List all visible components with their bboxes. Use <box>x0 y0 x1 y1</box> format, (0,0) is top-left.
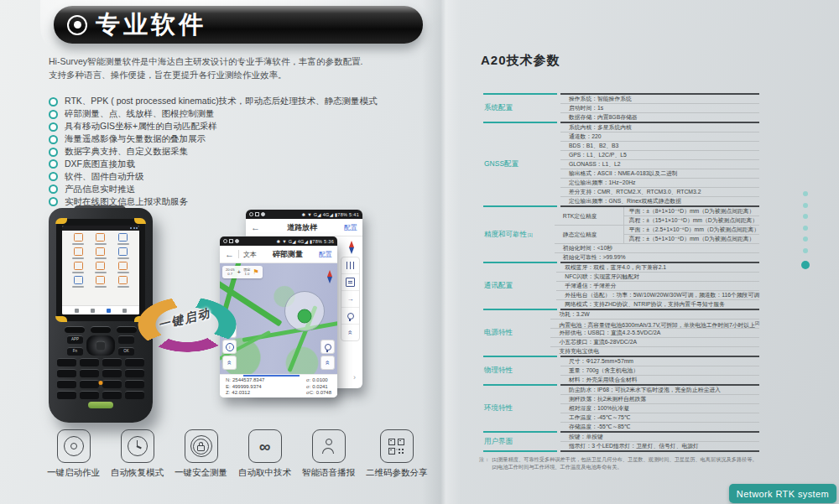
tab-icon-active[interactable] <box>107 309 111 313</box>
feature-text: 数据字典支持、自定义数据采集 <box>65 146 188 158</box>
numeric-key[interactable] <box>125 380 144 388</box>
tab-icon[interactable] <box>91 309 95 313</box>
peg-light-button[interactable] <box>320 340 335 354</box>
solution-hud: 20:050.7 + 固定1.0 ⚑ <box>222 266 263 278</box>
numeric-key[interactable] <box>80 358 99 366</box>
survey-form-icon[interactable] <box>341 273 359 290</box>
numeric-key[interactable] <box>80 380 99 388</box>
spec-value: 定位输出频率：1Hz~20Hz <box>560 178 759 187</box>
app-icon[interactable] <box>90 247 112 259</box>
category-note-ref: [1] <box>528 232 533 237</box>
app-label-bar <box>95 286 107 288</box>
tab-icon[interactable] <box>75 309 79 313</box>
numeric-key[interactable] <box>102 358 122 366</box>
toolbar-divider <box>238 250 239 258</box>
spec-value: 外挂电台（选配）：功率：5W/10W/20W/30W可调，频道数：116个频段可… <box>556 290 759 299</box>
app-icon[interactable] <box>67 247 90 259</box>
nav-keys: APP Fn OK <box>67 335 134 356</box>
phone-statusbar: ✱ ▼ G◢ 4G◢ ▮78% 5:36 <box>220 236 337 246</box>
numeric-key[interactable] <box>57 369 76 377</box>
spec-notes: 注： [1]测量精度、可靠性受多种误差干扰，包括卫星几何分布、卫星数、观测时间、… <box>479 455 758 470</box>
numeric-key[interactable] <box>80 391 99 399</box>
notes-label: 注： <box>479 455 489 470</box>
numeric-key[interactable] <box>57 391 76 399</box>
brochure-page: 专业软件 Hi-Survey智能测量软件是中海达自主研发设计的专业手薄软件，丰富… <box>0 0 839 504</box>
numeric-key[interactable] <box>125 369 144 377</box>
app-icon[interactable] <box>112 233 134 245</box>
config-button[interactable]: 配置 <box>319 250 332 259</box>
numeric-key[interactable] <box>80 369 99 377</box>
spec-group-row: RTK定位精度平面：±（8+1×10⁻⁶D）mm（D为被测点间距离）高程：±（1… <box>555 207 759 225</box>
app-glyph <box>118 233 128 242</box>
app-glyph <box>96 262 105 270</box>
spec-section: 物理特性尺寸：Φ127.5mm×57mm重量：700g（含主机电池）材料：外壳采… <box>479 357 759 384</box>
stake-arrow-icon[interactable]: → <box>341 290 359 307</box>
category-label: 用户界面 <box>484 437 513 447</box>
feature-label: 自动取中技术 <box>238 467 291 479</box>
app-glyph <box>74 262 83 270</box>
statusbar-right-text: ✱ ▼ G◢ 4G◢ ▮78% 5:36 <box>276 239 334 244</box>
spec-value: 工作温度：-45℃～75℃ <box>560 413 759 422</box>
app-glyph <box>96 247 105 256</box>
accuracy-circle <box>284 291 325 331</box>
spec-value: 功耗：3.2W <box>550 310 759 319</box>
numeric-key[interactable] <box>125 391 144 399</box>
numeric-key[interactable] <box>57 358 76 366</box>
app-icon[interactable] <box>67 262 90 273</box>
spec-value: 按键：单按键 <box>560 433 759 441</box>
phone-toolbar: ← 文本 碎部测量 配置 <box>220 246 337 263</box>
feature-text: RTK、PPK ( post processed kinematic)技术，即动… <box>65 96 378 107</box>
spec-rows: 功耗：3.2W内置电池：高容量锂电池6300mAh/3.7V,可拆卸，单块电池工… <box>550 310 759 356</box>
app-glyph <box>118 276 128 284</box>
numeric-key[interactable] <box>102 369 122 377</box>
app-label-bar <box>72 257 84 260</box>
sigma1-value: 0.0100 <box>312 377 327 382</box>
back-arrow-icon[interactable]: ← <box>225 250 234 259</box>
numeric-key[interactable] <box>57 380 76 388</box>
app-glyph <box>74 276 83 284</box>
fn-key[interactable]: Fn <box>67 347 83 356</box>
collapse-chevron-icon[interactable]: » <box>341 324 359 340</box>
app-label-bar <box>117 272 129 274</box>
numeric-key[interactable] <box>102 391 122 399</box>
numeric-key[interactable] <box>102 380 122 388</box>
app-icon[interactable] <box>90 276 112 288</box>
more-arrow-icon[interactable]: › <box>353 373 356 382</box>
yellow-accent <box>55 218 67 224</box>
auto-centering-icon: ∞ <box>248 429 282 463</box>
orange-dot <box>99 381 103 385</box>
text-mode-tab[interactable]: 文本 <box>243 250 257 259</box>
compass-icon <box>348 241 355 255</box>
app-icon[interactable] <box>90 233 112 245</box>
app-icon[interactable] <box>67 276 90 288</box>
back-arrow-icon[interactable]: ← <box>251 223 260 232</box>
app-key[interactable]: APP <box>67 335 83 344</box>
category-label: 物理特性 <box>484 366 513 376</box>
tab-icon[interactable] <box>122 309 127 313</box>
config-button[interactable]: 配置 <box>344 223 357 232</box>
feature-item: DXF底图直接加载 <box>49 158 378 170</box>
divider-dark-segment <box>560 450 759 452</box>
statusbar-left-icons <box>249 212 265 216</box>
peg-light-icon[interactable] <box>341 307 359 324</box>
dpad[interactable] <box>86 335 115 356</box>
soft-key[interactable] <box>91 326 111 333</box>
spec-value: 通道数：220 <box>560 132 759 141</box>
soft-key[interactable] <box>65 326 85 333</box>
app-icon[interactable] <box>67 233 90 245</box>
app-label-bar <box>117 257 129 260</box>
app-label-bar <box>117 243 129 246</box>
bullet-icon <box>49 110 58 119</box>
app-glyph <box>96 276 105 284</box>
lane-lines-icon[interactable] <box>341 257 359 273</box>
spec-category: GNSS配置 <box>479 123 560 205</box>
app-icon[interactable] <box>90 262 112 273</box>
spec-section: 系统配置操作系统：智能操作系统启动时间：1s数据存储：内置8GB存储器 <box>479 95 759 122</box>
power-key[interactable] <box>88 402 113 408</box>
feature-label: 一键启动作业 <box>47 467 100 479</box>
feature-qr-share: 二维码参数分享 <box>366 429 428 479</box>
app-icon[interactable] <box>112 262 134 273</box>
spec-category: 精度和可靠性[1] <box>479 207 555 262</box>
app-icon[interactable] <box>112 247 134 259</box>
collapse-button[interactable]: » <box>320 356 335 370</box>
